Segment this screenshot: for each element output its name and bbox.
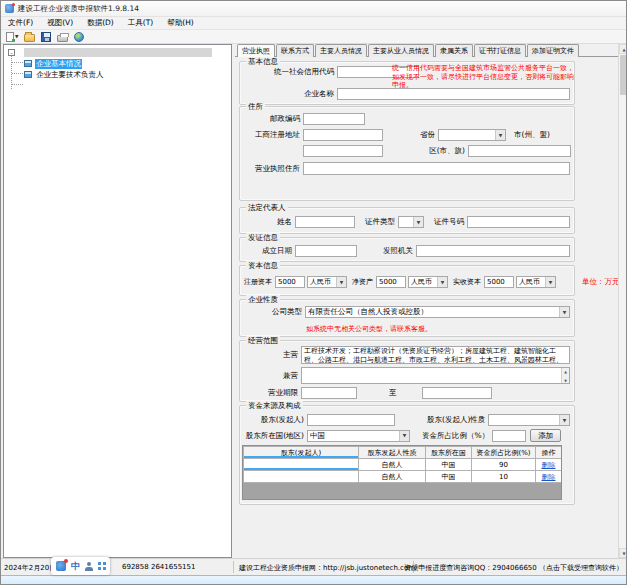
app-window: { "window": { "title": "建设工程企业资质申报软件1.9.… — [0, 0, 627, 585]
district-input[interactable] — [468, 145, 571, 157]
issue-authority-input[interactable] — [416, 245, 570, 257]
menu-view[interactable]: 视图(V) — [40, 17, 80, 29]
side-scope-textarea[interactable]: ▲▼ — [301, 367, 570, 384]
toolbar: ▼ — [1, 30, 626, 44]
tree-item-label: 企业主要技术负责人 — [35, 70, 105, 80]
shareholder-nature-label: 股东(发起人)性质 — [427, 415, 485, 425]
open-button[interactable] — [23, 31, 36, 43]
registered-capital-input[interactable] — [275, 276, 305, 288]
ime-person-icon[interactable] — [85, 562, 93, 571]
cert-type-select[interactable]: ▼ — [398, 216, 424, 228]
status-qq-link[interactable]: 资质申报进度查询咨询QQ：2904066650 （点击下载受理查询软件） — [404, 563, 623, 573]
add-button[interactable]: 添加 — [530, 429, 561, 442]
table-header-country: 股东所在国 — [426, 447, 472, 459]
spin-down-icon[interactable]: ▼ — [562, 377, 569, 385]
new-dropdown-arrow-icon[interactable]: ▼ — [15, 34, 18, 39]
table-row: 自然人 中国 90 删除 — [244, 459, 562, 471]
tree-item-label-selected: 企业基本情况 — [35, 59, 82, 69]
establish-date-input[interactable] — [295, 245, 357, 257]
menu-tools[interactable]: 工具(T) — [121, 17, 160, 29]
delete-link[interactable]: 删除 — [542, 473, 556, 481]
license-address-input[interactable] — [303, 162, 570, 175]
tree-item-enterprise-basic-info[interactable]: 企业基本情况 — [24, 58, 231, 69]
new-button[interactable]: ▼ — [5, 31, 19, 43]
print-button[interactable] — [56, 31, 69, 43]
company-type-select[interactable]: 有限责任公司（自然人投资或控股）▼ — [305, 306, 570, 318]
ime-grid-icon[interactable] — [98, 562, 101, 565]
save-button[interactable] — [40, 31, 52, 43]
fund-ratio-label: 资金所占比例（%） — [422, 431, 489, 441]
paidin-currency-select[interactable]: 人民币▼ — [516, 276, 556, 288]
menu-help[interactable]: 帮助(H) — [160, 17, 201, 29]
table-header-action: 操作 — [536, 447, 562, 459]
scrollbar-thumb[interactable] — [620, 55, 627, 95]
menu-file[interactable]: 文件(F) — [1, 17, 40, 29]
content-panel: 营业执照 联系方式 主要人员情况 主要从业人员情况 隶属关系 证书打证信息 添加… — [235, 44, 627, 558]
status-numbers: 692858 2641655151 — [122, 563, 195, 571]
group-business-scope: 经营范围 主营 工程技术开发；工程勘察设计（凭资质证书经营）；房屋建筑工程、建筑… — [239, 340, 575, 402]
table-cell-ratio: 10 — [472, 471, 536, 483]
taskbar-strip — [1, 575, 626, 585]
tab-affiliation[interactable]: 隶属关系 — [435, 44, 473, 57]
globe-icon — [74, 32, 84, 42]
tab-key-personnel[interactable]: 主要人员情况 — [315, 44, 367, 57]
tree-connector-line — [12, 62, 23, 63]
tree-item-main-technical-leader[interactable]: 企业主要技术负责人 — [24, 69, 231, 80]
paidin-capital-input[interactable] — [484, 276, 514, 288]
tab-main-employees[interactable]: 主要从业人员情况 — [368, 44, 434, 57]
group-fund-source-title: 资金来源及构成 — [246, 401, 303, 411]
main-scope-textarea[interactable]: 工程技术开发；工程勘察设计（凭资质证书经营）；房屋建筑工程、建筑智能化工程、公路… — [301, 346, 570, 364]
net-assets-label: 净资产 — [352, 277, 373, 287]
tab-contact-info[interactable]: 联系方式 — [276, 44, 314, 57]
web-button[interactable] — [73, 31, 85, 43]
menu-data[interactable]: 数据(D) — [80, 17, 121, 29]
net-assets-input[interactable] — [376, 276, 406, 288]
table-cell-country: 中国 — [426, 459, 472, 471]
status-site-link[interactable]: 建设工程企业资质申报网：http://jsb.justonetech.com/ — [239, 563, 417, 573]
scroll-down-icon[interactable]: ▼ — [619, 548, 627, 558]
province-label: 省份 — [399, 130, 435, 140]
side-scope-spinner[interactable]: ▲▼ — [561, 368, 569, 383]
cert-type-label: 证件类型 — [365, 217, 395, 227]
ime-logo-icon[interactable] — [56, 561, 66, 571]
table-row: 自然人 中国 10 删除 — [244, 471, 562, 483]
dropdown-arrow-icon: ▼ — [399, 431, 409, 441]
legal-name-input[interactable] — [295, 216, 355, 228]
side-scope-label: 兼营 — [244, 371, 298, 381]
currency-value: 人民币 — [519, 277, 540, 287]
shareholder-country-select[interactable]: 中国▼ — [307, 430, 410, 442]
dropdown-arrow-icon: ▼ — [336, 277, 346, 287]
credit-code-label: 统一社会信用代码 — [244, 67, 334, 77]
net-currency-select[interactable]: 人民币▼ — [408, 276, 448, 288]
shareholder-nature-select[interactable]: ▼ — [488, 414, 570, 426]
cert-no-input[interactable] — [467, 216, 570, 228]
form-area: 基本信息 统一社会信用代码 统一信用代码需要与全国建筑市场监管公共服务平台一致，… — [235, 57, 618, 558]
postal-code-input[interactable] — [303, 113, 365, 125]
legal-name-label: 姓名 — [244, 217, 292, 227]
status-separator — [233, 561, 234, 573]
shareholder-input[interactable] — [307, 414, 395, 426]
registered-address-input-2[interactable] — [303, 145, 383, 157]
spin-up-icon[interactable]: ▲ — [562, 368, 569, 377]
tab-attach-proof-files[interactable]: 添加证明文件 — [527, 44, 579, 57]
tab-business-license[interactable]: 营业执照 — [237, 44, 275, 57]
dropdown-arrow-icon: ▼ — [545, 277, 555, 287]
tab-certificate-print-info[interactable]: 证书打证信息 — [474, 44, 526, 57]
vertical-scrollbar[interactable]: ▲ ▼ — [618, 44, 627, 558]
period-to-label: 至 — [389, 388, 397, 398]
fund-ratio-input[interactable] — [492, 430, 526, 442]
registered-address-input-1[interactable] — [303, 129, 383, 141]
ime-language-icon[interactable]: 中 — [71, 560, 80, 573]
table-header-nature: 股东发起人性质 — [359, 447, 426, 459]
tree-expand-minus-icon[interactable]: - — [8, 49, 15, 56]
scroll-up-icon[interactable]: ▲ — [619, 44, 627, 54]
business-period-from-input[interactable] — [301, 387, 357, 399]
business-period-to-input[interactable] — [422, 387, 492, 399]
tree-root-node[interactable] — [24, 48, 212, 57]
delete-link[interactable]: 删除 — [542, 461, 556, 469]
group-business-scope-title: 经营范围 — [246, 336, 280, 346]
company-name-label: 企业名称 — [244, 89, 334, 99]
company-name-input[interactable] — [337, 88, 570, 100]
province-select[interactable]: ▼ — [438, 129, 506, 141]
registered-currency-select[interactable]: 人民币▼ — [307, 276, 347, 288]
